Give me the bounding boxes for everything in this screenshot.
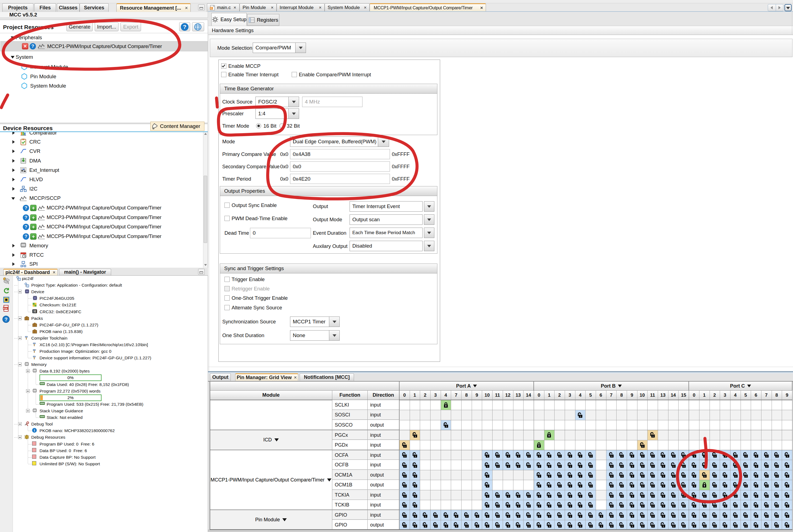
svg-text:PDF: PDF [3, 307, 8, 310]
svg-text:C: C [211, 7, 212, 10]
svg-text:32: 32 [33, 310, 37, 313]
